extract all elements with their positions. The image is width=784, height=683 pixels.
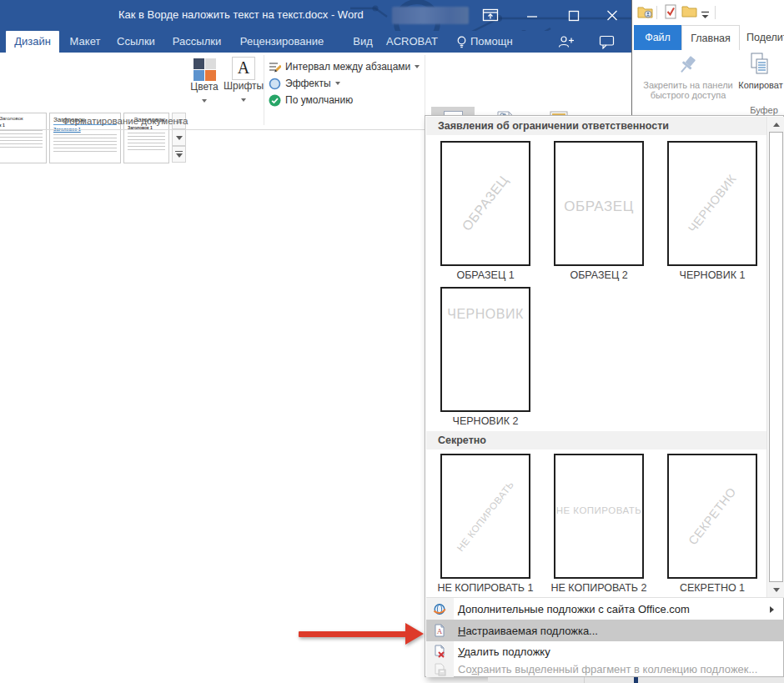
word-titlebar: Как в Ворде наложить текст на текст.docx… (0, 0, 632, 31)
qat-customize-icon[interactable] (701, 8, 710, 23)
tab-review[interactable]: Рецензирование (236, 31, 328, 53)
tab-references[interactable]: Ссылки (113, 31, 158, 53)
gallery-more-button[interactable] (172, 146, 186, 163)
watermark-preview-text: НЕ КОПИРОВАТЬ (455, 480, 516, 553)
set-default-label: По умолчанию (285, 94, 353, 106)
lightbulb-icon (455, 35, 468, 53)
watermark-option-label: ЧЕРНОВИК 1 (659, 269, 766, 283)
menu-section-header-disclaimers: Заявления об ограничении ответственности (426, 117, 766, 135)
watermark-preview-text: ЧЕРНОВИК (686, 172, 739, 234)
tab-design[interactable]: Дизайн (6, 31, 59, 53)
dropdown-caret-icon (415, 65, 420, 68)
effects-button[interactable]: Эффекты (269, 76, 340, 91)
screenshot-root: Как в Ворде наложить текст на текст.docx… (0, 0, 784, 683)
share-person-icon[interactable] (557, 35, 575, 53)
theme-colors-label: Цвета (185, 81, 224, 93)
scroll-down-button[interactable] (768, 582, 784, 597)
tab-view[interactable]: Вид (346, 31, 379, 53)
minimize-button[interactable] (525, 8, 539, 26)
scrollbar-thumb[interactable] (769, 132, 783, 582)
paragraph-spacing-button[interactable]: Интервал между абзацами (269, 59, 420, 74)
down-arrow-icon (176, 136, 183, 140)
explorer-tab-home[interactable]: Главная (681, 25, 740, 50)
theme-colors-icon (193, 58, 216, 81)
explorer-tab-share[interactable]: Поделит (746, 25, 784, 50)
pin-quick-access-label-1[interactable]: Закрепить на панели (634, 80, 742, 90)
watermark-option-sekretno-1[interactable]: СЕКРЕТНО (667, 454, 757, 579)
theme-fonts-icon: A (232, 57, 255, 80)
maximize-button[interactable] (567, 8, 580, 26)
menu-item-label: Настраиваемая подложка... (458, 625, 598, 637)
clipboard-group-label: Буфер (747, 105, 781, 115)
background-tick (634, 677, 638, 683)
watermark-option-ne-kopirovat-2[interactable]: НЕ КОПИРОВАТЬ (554, 454, 644, 579)
background-divider (584, 677, 585, 683)
background-window-edge (488, 677, 784, 683)
pin-to-quick-access-icon (676, 54, 699, 83)
theme-fonts-label: Шрифты (224, 80, 264, 92)
copy-icon[interactable] (749, 52, 771, 80)
style-card-bodytext (128, 133, 165, 153)
watermark-option-chernovik-2[interactable]: ЧЕРНОВИК (440, 287, 530, 412)
watermark-option-label: ОБРАЗЕЦ 1 (432, 269, 539, 283)
remove-watermark-icon (433, 645, 446, 658)
copy-label[interactable]: Копироват (736, 80, 784, 90)
window-title: Как в Ворде наложить текст на текст.docx… (118, 8, 364, 21)
annotation-arrow (299, 620, 425, 647)
folder-icon[interactable] (681, 4, 697, 22)
tab-acrobat[interactable]: ACROBAT (385, 31, 439, 53)
arrow-shaft (299, 631, 407, 637)
watermark-preview-text: ОБРАЗЕЦ (460, 173, 512, 234)
watermark-option-obrazec-2[interactable]: ОБРАЗЕЦ (554, 141, 644, 266)
watermark-option-label: НЕ КОПИРОВАТЬ 1 (432, 582, 539, 595)
office-com-globe-icon (433, 603, 446, 616)
menu-separator (426, 597, 784, 598)
watermark-preview-text: ОБРАЗЕЦ (564, 198, 633, 215)
close-button[interactable] (606, 8, 619, 26)
menu-item-custom-watermark[interactable]: A Настраиваемая подложка... (426, 620, 784, 641)
ribbon-tab-strip: Дизайн Макет Ссылки Рассылки Рецензирова… (0, 31, 632, 53)
theme-fonts-button[interactable]: A Шрифты (224, 54, 264, 113)
theme-colors-button[interactable]: Цвета (185, 54, 224, 113)
watermark-option-label: СЕКРЕТНО 1 (659, 582, 766, 595)
comment-icon[interactable] (599, 35, 615, 53)
check-document-icon[interactable] (663, 3, 678, 23)
down-arrow-icon (773, 588, 780, 592)
watermark-option-ne-kopirovat-1[interactable]: НЕ КОПИРОВАТЬ (440, 454, 530, 579)
watermark-preview-text: НЕ КОПИРОВАТЬ (556, 505, 642, 515)
group-separator (264, 55, 264, 125)
toolbar-separator (656, 6, 657, 19)
svg-text:A: A (437, 627, 443, 635)
more-icon (175, 151, 183, 158)
tell-me-box[interactable]: Помощн (470, 31, 514, 53)
watermark-option-label: НЕ КОПИРОВАТЬ 2 (545, 582, 652, 595)
scroll-up-button[interactable] (768, 117, 784, 132)
menu-item-label: Сохранить выделенный фрагмент в коллекци… (458, 663, 757, 675)
dropdown-caret-icon (241, 98, 246, 102)
menu-item-label: Дополнительные подложки с сайта Office.c… (458, 603, 690, 615)
watermark-preview-text: СЕКРЕТНО (686, 485, 738, 548)
watermark-option-obrazec-1[interactable]: ОБРАЗЕЦ (440, 141, 530, 266)
watermark-option-chernovik-1[interactable]: ЧЕРНОВИК (667, 141, 757, 266)
account-name-blurred[interactable] (392, 7, 469, 24)
folder-properties-icon[interactable] (637, 3, 654, 23)
submenu-arrow-icon (770, 606, 774, 613)
pin-quick-access-label-2[interactable]: быстрого доступа (634, 90, 742, 100)
menu-item-more-watermarks-office[interactable]: Дополнительные подложки с сайта Office.c… (426, 599, 784, 620)
menu-scrollbar[interactable] (766, 117, 784, 597)
menu-item-save-to-gallery: Сохранить выделенный фрагмент в коллекци… (426, 661, 784, 677)
gallery-scroll-down-button[interactable] (172, 129, 186, 146)
ribbon-display-options-icon[interactable] (482, 8, 499, 26)
dropdown-caret-icon (202, 99, 207, 103)
style-card-bodytext (0, 130, 43, 150)
explorer-tab-file[interactable]: Файл (634, 25, 681, 50)
tab-mailings[interactable]: Рассылки (169, 31, 224, 53)
menu-item-remove-watermark[interactable]: Удалить подложку (426, 641, 784, 661)
toolbar-separator (715, 6, 716, 19)
group-label-document-formatting: Форматирование документа (25, 116, 225, 126)
set-default-button[interactable]: По умолчанию (269, 93, 353, 108)
menu-item-label: Удалить подложку (458, 645, 550, 658)
up-arrow-icon (773, 123, 780, 127)
tab-layout[interactable]: Макет (65, 31, 105, 53)
watermark-option-label: ОБРАЗЕЦ 2 (545, 269, 652, 283)
